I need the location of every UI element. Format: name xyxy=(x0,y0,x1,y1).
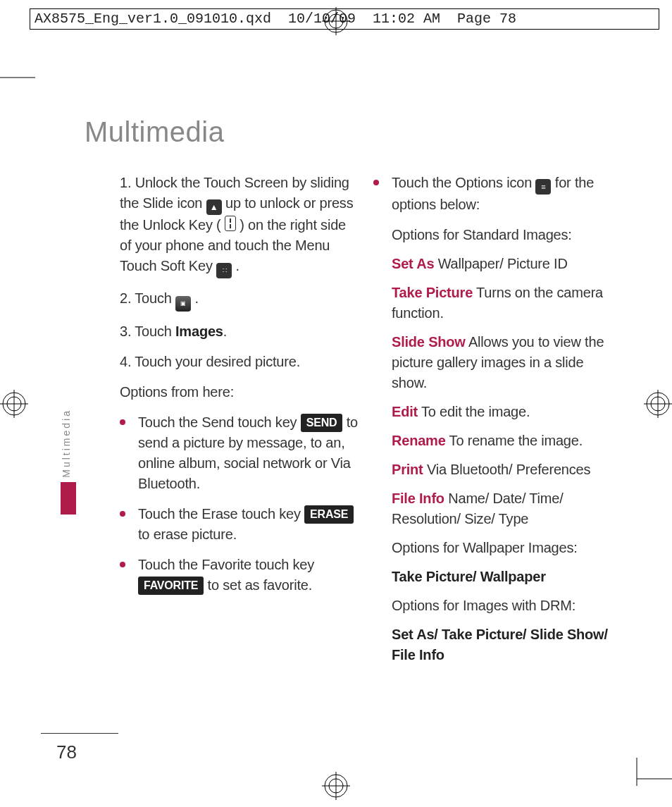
text: . xyxy=(223,324,227,339)
bullet-icon xyxy=(373,180,379,185)
erase-touch-key: ERASE xyxy=(304,505,354,524)
text: To edit the image. xyxy=(418,404,530,419)
left-column: 1. Unlock the Touch Screen by sliding th… xyxy=(120,173,359,605)
send-touch-key: SEND xyxy=(301,414,343,432)
standard-images-header: Options for Standard Images: xyxy=(373,225,613,245)
slide-show-option: Slide Show Allows you to view the pictur… xyxy=(373,332,613,393)
footer-rule xyxy=(41,733,118,734)
file-info-option: File Info Name/ Date/ Time/ Resolution/ … xyxy=(373,488,613,529)
bullet-icon xyxy=(120,562,125,567)
page-title: Multimedia xyxy=(85,116,224,148)
option-label: Print xyxy=(392,462,423,477)
text: 2. Touch xyxy=(120,290,175,306)
section-tab: Multimedia xyxy=(61,409,76,515)
favorite-touch-key: FAVORITE xyxy=(138,577,204,595)
option-label: File Info xyxy=(392,491,444,506)
drm-images-header: Options for Images with DRM: xyxy=(373,596,613,616)
step-4: 4. Touch your desired picture. xyxy=(120,352,359,372)
edit-option: Edit To edit the image. xyxy=(373,402,613,422)
step-3: 3. Touch Images. xyxy=(120,321,359,342)
option-favorite: Touch the Favorite touch key FAVORITE to… xyxy=(120,555,359,596)
text: Touch the Erase touch key xyxy=(138,506,304,522)
wallpaper-options: Take Picture/ Wallpaper xyxy=(373,567,613,587)
text: Touch the Favorite touch key xyxy=(138,557,314,572)
section-tab-marker xyxy=(61,482,76,515)
text: . xyxy=(235,258,239,273)
step-2: 2. Touch ▣ . xyxy=(120,288,359,312)
set-as-option: Set As Wallpaper/ Picture ID xyxy=(373,254,613,274)
text: to erase picture. xyxy=(138,526,237,542)
option-erase: Touch the Erase touch key ERASE to erase… xyxy=(120,504,359,545)
options-list-icon: ≡ xyxy=(535,179,551,195)
registration-mark-icon xyxy=(322,7,350,35)
menu-grid-icon: ∷ xyxy=(216,263,232,278)
take-picture-option: Take Picture Turns on the camera functio… xyxy=(373,283,613,324)
options-header: Options from here: xyxy=(120,382,359,402)
option-label: Set As/ Take Picture/ Slide Show/ File I… xyxy=(392,627,608,663)
drm-options: Set As/ Take Picture/ Slide Show/ File I… xyxy=(373,624,613,665)
option-options-menu: Touch the Options icon ≡ for the options… xyxy=(373,173,613,215)
section-tab-label: Multimedia xyxy=(61,409,72,478)
registration-mark-icon xyxy=(322,772,350,800)
bullet-icon xyxy=(120,511,125,517)
slide-up-icon: ▲ xyxy=(206,199,222,215)
page-number: 78 xyxy=(56,741,77,763)
option-label: Take Picture xyxy=(392,285,473,300)
registration-mark-icon xyxy=(0,390,28,418)
multimedia-app-icon: ▣ xyxy=(175,296,191,312)
text: Touch the Send touch key xyxy=(138,414,301,430)
crop-mark-icon xyxy=(630,744,672,786)
text: to set as favorite. xyxy=(208,577,313,593)
rename-option: Rename To rename the image. xyxy=(373,431,613,451)
unlock-key-icon xyxy=(225,216,236,231)
text: Touch the Options icon xyxy=(392,175,535,190)
option-label: Edit xyxy=(392,404,418,419)
crop-mark-icon xyxy=(0,70,42,113)
registration-mark-icon xyxy=(644,390,672,418)
text: . xyxy=(194,290,198,306)
text: 3. Touch xyxy=(120,324,175,339)
text: Wallpaper/ Picture ID xyxy=(434,256,567,271)
text: Via Bluetooth/ Preferences xyxy=(423,462,591,477)
option-send: Touch the Send touch key SEND to send a … xyxy=(120,412,359,494)
print-option: Print Via Bluetooth/ Preferences xyxy=(373,460,613,480)
option-label: Take Picture/ Wallpaper xyxy=(392,569,546,584)
menu-item-images: Images xyxy=(175,324,223,339)
bullet-icon xyxy=(120,419,125,425)
step-1: 1. Unlock the Touch Screen by sliding th… xyxy=(120,173,359,278)
text: To rename the image. xyxy=(446,433,583,448)
option-label: Set As xyxy=(392,256,434,271)
option-label: Slide Show xyxy=(392,334,466,350)
right-column: Touch the Options icon ≡ for the options… xyxy=(373,173,613,674)
option-label: Rename xyxy=(392,433,446,448)
wallpaper-images-header: Options for Wallpaper Images: xyxy=(373,538,613,558)
